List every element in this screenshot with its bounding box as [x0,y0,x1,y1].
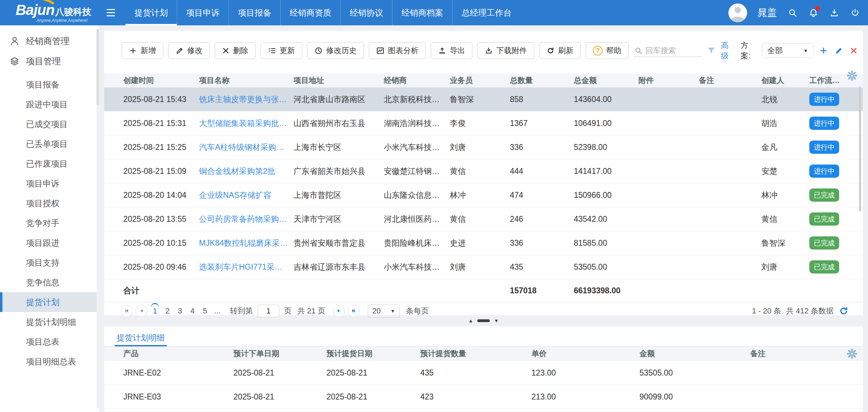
col-product[interactable]: 产品 [123,348,233,359]
edit-scheme-icon[interactable] [834,45,844,56]
table-row[interactable]: 2025-08-21 15:43 铣床主轴皮带更换与张力... 河北省唐山市路南… [104,87,863,111]
reload-icon[interactable] [838,306,849,316]
sidebar-item-project-authorization[interactable]: 项目授权 [0,193,99,213]
delete-scheme-icon[interactable] [849,45,859,56]
project-link[interactable]: 大型储能集装箱采购批1批 [199,118,294,129]
col-amount[interactable]: 金额 [639,348,750,359]
table-row[interactable]: 2025-08-20 09:46 选装刹车片HGI771采购第... 吉林省辽源… [104,255,863,279]
page-size-select[interactable]: 20 ▼ [368,304,400,318]
sidebar-group-dealer-mgmt[interactable]: 经销商管理 [0,31,99,51]
tab-pickup-plan[interactable]: 提货计划 [125,0,177,25]
status-badge[interactable]: 已完成 [809,236,839,250]
col-dealer[interactable]: 经销商 [384,75,450,86]
tab-dealer-qualification[interactable]: 经销商资质 [280,0,340,25]
page-number[interactable]: 5 [200,306,210,316]
goto-page-input[interactable] [258,305,279,317]
sidebar-item-project-appeal[interactable]: 项目申诉 [0,174,99,193]
column-settings-gear-icon[interactable] [846,348,858,360]
table-row[interactable]: 2025-08-21 15:31 大型储能集装箱采购批1批 山西省朔州市右玉县 … [104,111,863,135]
table-scrollbar[interactable] [859,86,861,211]
col-expected-order-date[interactable]: 预计下单日期 [233,348,326,359]
project-link[interactable]: 铜合金线材采购第2批 [199,166,294,177]
status-badge[interactable]: 已完成 [809,212,839,226]
tab-dealer-archive[interactable]: 经销商档案 [392,0,452,25]
sidebar-item-pickup-plan[interactable]: 提货计划 [0,292,99,312]
status-badge[interactable]: 进行中 [809,141,839,154]
sidebar-group-project-mgmt[interactable]: 项目管理 [0,51,99,71]
avatar[interactable] [728,3,747,22]
scheme-select[interactable]: 全部 ▼ [762,43,813,58]
status-badge[interactable]: 进行中 [809,117,839,130]
edit-history-button[interactable]: 修改历史 [307,42,364,59]
table-row[interactable]: 2025-08-21 15:25 汽车A柱特级钢材采购第1批 上海市长宁区 小米… [104,135,863,159]
add-button[interactable]: 新增 [122,42,163,59]
update-button[interactable]: 更新 [261,42,302,59]
status-badge[interactable]: 进行中 [809,93,839,106]
col-creator[interactable]: 创建人 [761,75,809,86]
user-name[interactable]: 晁盖 [758,6,777,19]
col-note[interactable]: 备注 [699,75,761,86]
sidebar-item-following-projects[interactable]: 跟进中项目 [0,94,99,114]
col-created-time[interactable]: 创建时间 [123,75,199,86]
chart-analysis-button[interactable]: 图表分析 [369,42,426,59]
sidebar-item-project-master-table[interactable]: 项目总表 [0,332,99,352]
project-link[interactable]: 铣床主轴皮带更换与张力... [199,94,294,105]
status-badge[interactable]: 已完成 [809,260,839,274]
col-attachment[interactable]: 附件 [638,75,699,86]
next-page-button[interactable] [333,305,345,317]
col-expected-pickup-qty[interactable]: 预计提货数量 [420,348,531,359]
filter-funnel-icon[interactable] [707,46,716,55]
download-attachment-button[interactable]: 下载附件 [477,42,534,59]
project-link[interactable]: 选装刹车片HGI771采购第... [199,262,294,272]
detail-row[interactable]: JRNE-E03 2025-08-21 2025-08-21 423 213.0… [104,385,863,409]
col-note[interactable]: 备注 [750,348,849,359]
status-badge[interactable]: 已完成 [809,188,839,202]
edit-button[interactable]: 修改 [168,42,210,59]
page-number[interactable]: 3 [175,306,185,316]
prev-page-button[interactable] [135,305,147,317]
sidebar-item-competitors[interactable]: 竞争对手 [0,213,99,233]
project-link[interactable]: 公司药房常备药物采购第1批 [199,214,294,225]
page-ellipsis[interactable]: ... [213,306,222,316]
table-row[interactable]: 2025-08-20 13:55 公司药房常备药物采购第1批 天津市宁河区 河北… [104,207,863,231]
delete-button[interactable]: 删除 [215,42,256,59]
splitter-drag-handle[interactable] [477,319,490,322]
sidebar-item-project-support[interactable]: 项目支持 [0,253,99,272]
sidebar-item-pickup-plan-detail[interactable]: 提货计划明细 [0,312,99,332]
col-workflow-status[interactable]: 工作流状态 [809,75,849,86]
search-input[interactable] [645,46,701,55]
tab-gm-workbench[interactable]: 总经理工作台 [452,0,521,25]
detail-row[interactable]: JRNE-E02 2025-08-21 2025-08-21 435 123.0… [104,361,863,385]
refresh-button[interactable]: 刷新 [539,42,581,59]
col-expected-pickup-date[interactable]: 预计提货日期 [326,348,420,359]
sidebar-item-voided-projects[interactable]: 已作废项目 [0,154,99,174]
col-project-address[interactable]: 项目地址 [294,75,384,86]
search-icon[interactable] [787,8,798,18]
sidebar-scrollbar[interactable] [97,29,99,409]
page-number[interactable]: 2 [163,306,172,316]
sidebar-item-competitive-info[interactable]: 竞争信息 [0,272,99,292]
tab-pickup-plan-detail[interactable]: 提货计划明细 [115,330,167,346]
first-page-button[interactable] [121,305,133,317]
sidebar-item-lost-projects[interactable]: 已丢单项目 [0,134,99,154]
sidebar-item-project-filing[interactable]: 项目报备 [0,75,99,94]
column-settings-gear-icon[interactable] [846,70,858,82]
col-total-amount[interactable]: 总金额 [574,75,638,86]
menu-toggle-icon[interactable] [101,0,121,25]
table-row[interactable]: 2025-08-20 14:04 企业级NAS存储扩容 上海市普陀区 山东隆众信… [104,183,863,207]
project-link[interactable]: 汽车A柱特级钢材采购第1批 [199,142,294,153]
download-icon[interactable] [829,8,840,18]
project-link[interactable]: MJK84数控轧辊磨床采购... [199,238,294,249]
page-number-current[interactable]: 1 [150,306,160,316]
tab-distribution-agreement[interactable]: 经销协议 [340,0,392,25]
col-project-name[interactable]: 项目名称 [199,75,294,86]
page-number[interactable]: 4 [188,306,197,316]
col-salesperson[interactable]: 业务员 [450,75,510,86]
table-row[interactable]: 2025-08-21 15:09 铜合金线材采购第2批 广东省韶关市始兴县 安徽… [104,159,863,183]
col-total-qty[interactable]: 总数量 [510,75,574,86]
sidebar-item-project-detail-table[interactable]: 项目明细总表 [0,352,99,371]
col-unit-price[interactable]: 单价 [531,348,639,359]
status-badge[interactable]: 进行中 [809,165,839,178]
help-button[interactable]: ? 帮助 [586,42,629,59]
tab-project-appeal[interactable]: 项目申诉 [177,0,229,25]
